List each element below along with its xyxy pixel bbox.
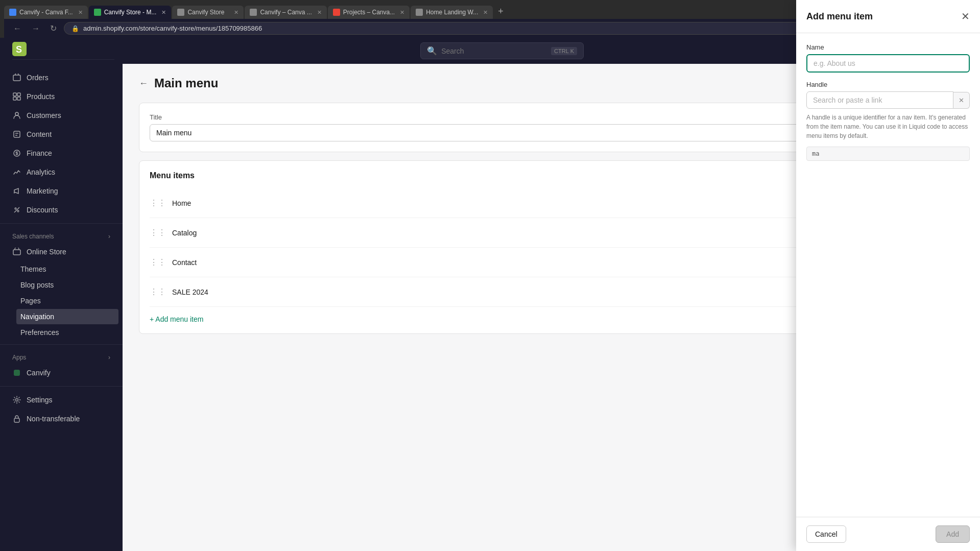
marketing-icon	[12, 186, 21, 196]
drag-handle-sale2024[interactable]: ⋮⋮	[150, 287, 166, 297]
apps-header[interactable]: Apps ›	[4, 349, 118, 363]
sidebar-item-canvify[interactable]: Canvify	[4, 364, 118, 382]
tab-icon-1	[9, 9, 16, 16]
tab-close-4[interactable]: ✕	[317, 9, 322, 16]
address-bar[interactable]: 🔒 admin.shopify.com/store/canvify-store/…	[64, 22, 903, 35]
sidebar-item-settings[interactable]: Settings	[4, 391, 118, 409]
svg-point-13	[17, 210, 19, 212]
lock-icon: 🔒	[71, 25, 79, 32]
sidebar-item-label-products: Products	[27, 92, 55, 101]
sidebar-item-label-discounts: Discounts	[27, 206, 58, 214]
sidebar-item-marketing[interactable]: Marketing	[4, 182, 118, 200]
search-bar-icon: 🔍	[427, 46, 437, 56]
sidebar-item-label-non-transferable: Non-transferable	[27, 415, 80, 423]
sidebar-item-analytics[interactable]: Analytics	[4, 163, 118, 181]
sidebar-item-orders[interactable]: Orders	[4, 68, 118, 87]
customers-icon	[12, 111, 21, 120]
svg-rect-4	[17, 93, 20, 96]
sidebar-item-label-canvify: Canvify	[27, 369, 51, 377]
sidebar-item-label-preferences: Preferences	[20, 328, 59, 337]
sidebar-item-non-transferable[interactable]: Non-transferable	[4, 410, 118, 428]
browser-tab-1[interactable]: Canvify - Canva F... ✕	[4, 6, 88, 19]
svg-point-12	[15, 208, 16, 209]
sidebar-item-label-orders: Orders	[27, 74, 49, 82]
browser-tab-2[interactable]: Canvify Store - M... ✕	[89, 6, 172, 19]
tab-close-1[interactable]: ✕	[78, 9, 83, 16]
menu-item-name-catalog: Catalog	[172, 229, 879, 237]
sidebar-item-discounts[interactable]: Discounts	[4, 201, 118, 219]
drag-handle-home[interactable]: ⋮⋮	[150, 198, 166, 208]
panel-overlay: Add menu item ✕ Name Handle ✕ A handle i…	[796, 0, 980, 551]
content-icon	[12, 130, 21, 139]
sidebar-item-label-themes: Themes	[20, 265, 46, 273]
drag-handle-contact[interactable]: ⋮⋮	[150, 257, 166, 267]
svg-rect-3	[13, 93, 16, 96]
apps-label: Apps	[12, 354, 26, 361]
back-arrow-button[interactable]: ←	[139, 78, 148, 89]
panel-close-button[interactable]: ✕	[961, 10, 970, 22]
sidebar-item-label-online-store: Online Store	[27, 248, 66, 256]
sidebar-item-navigation[interactable]: Navigation	[16, 309, 118, 324]
add-button[interactable]: Add	[936, 525, 970, 543]
browser-tab-5[interactable]: Projects – Canva... ✕	[328, 6, 410, 19]
url-text: admin.shopify.com/store/canvify-store/me…	[83, 25, 895, 32]
sidebar-divider-1	[0, 223, 123, 224]
panel-link-clear-button[interactable]: ✕	[953, 92, 970, 109]
sidebar-item-themes[interactable]: Themes	[16, 261, 118, 277]
sidebar-item-online-store[interactable]: Online Store	[4, 243, 118, 261]
back-button[interactable]: ←	[10, 23, 25, 34]
sidebar-item-label-settings: Settings	[27, 396, 53, 404]
tab-title-1: Canvify - Canva F...	[19, 9, 73, 16]
sales-channels-header[interactable]: Sales channels ›	[4, 228, 118, 242]
forward-button[interactable]: →	[29, 23, 43, 34]
browser-tab-6[interactable]: Home Landing W... ✕	[411, 6, 493, 19]
tab-icon-6	[416, 9, 423, 16]
svg-rect-5	[13, 97, 16, 100]
sidebar-item-blog-posts[interactable]: Blog posts	[16, 277, 118, 293]
search-bar[interactable]: 🔍 CTRL K	[420, 42, 584, 59]
tab-close-3[interactable]: ✕	[234, 9, 238, 16]
svg-rect-14	[13, 250, 20, 255]
menu-item-name-contact: Contact	[172, 258, 879, 267]
sidebar-item-content[interactable]: Content	[4, 125, 118, 143]
tab-close-5[interactable]: ✕	[400, 9, 404, 16]
menu-item-name-home: Home	[172, 199, 879, 207]
sidebar-item-preferences[interactable]: Preferences	[16, 325, 118, 340]
panel-header: Add menu item ✕	[796, 0, 980, 33]
sidebar-nav: Orders Products Customers	[0, 64, 123, 551]
tab-title-5: Projects – Canva...	[343, 9, 395, 16]
finance-icon	[12, 149, 21, 158]
shopify-logo-icon: S	[12, 42, 27, 59]
orders-icon	[12, 73, 21, 82]
chevron-right-icon-apps: ›	[108, 354, 110, 361]
search-input[interactable]	[441, 47, 547, 55]
sidebar-item-label-finance: Finance	[27, 149, 52, 157]
browser-tab-3[interactable]: Canvify Store ✕	[172, 6, 244, 19]
tab-icon-2	[94, 9, 101, 16]
svg-rect-6	[17, 97, 20, 100]
online-store-icon	[12, 247, 21, 256]
panel-name-input[interactable]	[806, 54, 970, 73]
svg-rect-2	[13, 75, 20, 81]
tab-close-6[interactable]: ✕	[483, 9, 488, 16]
panel-description: A handle is a unique identifier for a na…	[806, 113, 970, 140]
drag-handle-catalog[interactable]: ⋮⋮	[150, 228, 166, 237]
sidebar-item-label-navigation: Navigation	[20, 313, 54, 321]
panel-handle-snippet: ma	[806, 147, 970, 161]
sidebar-item-finance[interactable]: Finance	[4, 144, 118, 162]
sidebar-item-customers[interactable]: Customers	[4, 106, 118, 125]
chevron-right-icon: ›	[108, 233, 110, 240]
new-tab-button[interactable]: +	[494, 4, 508, 19]
sidebar-item-label-blog-posts: Blog posts	[20, 281, 54, 289]
refresh-button[interactable]: ↻	[47, 22, 60, 34]
cancel-button[interactable]: Cancel	[806, 525, 846, 543]
tab-close-2[interactable]: ✕	[161, 9, 166, 16]
sidebar-item-products[interactable]: Products	[4, 87, 118, 106]
tab-title-2: Canvify Store - M...	[104, 9, 157, 16]
svg-rect-17	[14, 418, 19, 422]
sales-channels-label: Sales channels	[12, 233, 54, 240]
browser-tab-4[interactable]: Canvify – Canva ... ✕	[245, 6, 326, 19]
add-menu-item-label: + Add menu item	[150, 315, 203, 323]
panel-link-input[interactable]	[806, 91, 953, 109]
sidebar-item-pages[interactable]: Pages	[16, 293, 118, 308]
